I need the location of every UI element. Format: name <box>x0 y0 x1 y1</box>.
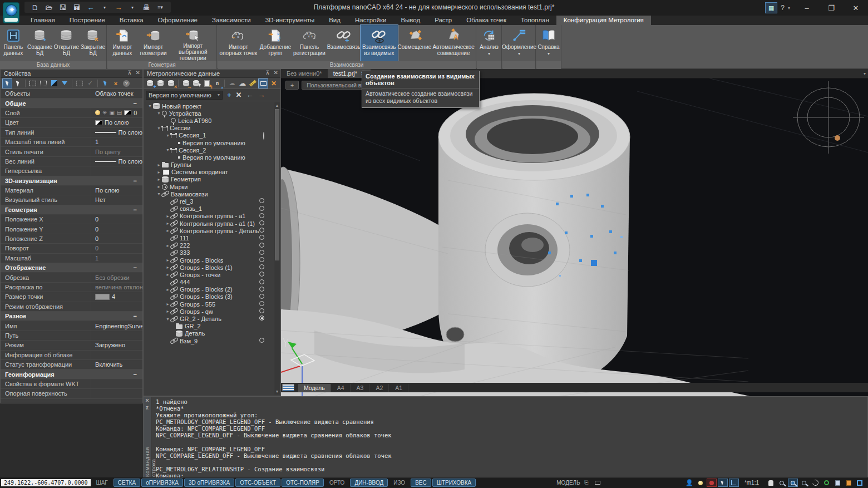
unit-convert-icon[interactable]: п× <box>213 79 221 88</box>
toggle-izo[interactable]: ИЗО <box>389 479 410 487</box>
property-row[interactable]: Гиперссылка <box>1 166 142 176</box>
import-selected-geometry-button[interactable]: Импорт выбранной геометрии <box>169 25 216 61</box>
section-header[interactable]: Разное− <box>1 312 142 321</box>
state-indicator[interactable] <box>259 220 264 225</box>
close-icon[interactable]: ✕ <box>136 70 140 76</box>
layout-tab-a4[interactable]: A4 <box>332 384 351 392</box>
property-row[interactable]: Размер точки4 <box>1 292 142 302</box>
command-history[interactable]: 1 найдено *Отмена* Укажите противоположн… <box>156 398 864 479</box>
maximize-button[interactable]: ❐ <box>819 0 844 16</box>
save-as-icon[interactable]: 🖬 <box>72 3 82 12</box>
db-stack-icon[interactable] <box>156 79 165 88</box>
expander-icon[interactable]: ▸ <box>156 170 162 175</box>
tree-item[interactable]: ▾Сессия_2 <box>144 146 273 154</box>
db-pick-icon[interactable] <box>192 79 201 88</box>
tree-item[interactable]: ▸Системы координат <box>144 169 273 176</box>
property-row[interactable]: МатериалПо слою <box>1 186 142 195</box>
toggle-ots-polyar[interactable]: ОТС-ПОЛЯР <box>282 479 324 487</box>
collapse-icon[interactable]: − <box>134 178 137 184</box>
property-row[interactable]: ОбрезкаБез обрезки <box>1 273 142 282</box>
tree-item[interactable]: ▸222 <box>144 242 273 249</box>
property-row[interactable]: ЦветПо слою <box>1 118 142 127</box>
tab-rastr[interactable]: Растр <box>427 16 459 25</box>
add-version-button[interactable]: + <box>227 91 231 99</box>
tab-vid[interactable]: Вид <box>322 16 348 25</box>
model-canvas[interactable] <box>281 69 868 396</box>
registration-panel-button[interactable]: × ×× × Панель регистрации <box>292 25 327 61</box>
add-view-button[interactable]: + <box>285 81 299 90</box>
property-row[interactable]: Слой✳▣▤0 <box>1 109 142 118</box>
auto-alignment-button[interactable]: A Автоматическое совмещение <box>431 25 476 61</box>
tree-scrollbar[interactable]: ▲ ▼ <box>274 102 280 395</box>
section-header[interactable]: Геометрия− <box>1 205 142 215</box>
tab-nastroyki[interactable]: Настройки <box>348 16 393 25</box>
tree-item[interactable]: ▸Контрольня группа - Деталь <box>144 227 273 234</box>
lasso-select-icon[interactable] <box>39 79 48 88</box>
collapse-icon[interactable]: − <box>134 100 137 107</box>
tab-vstavka[interactable]: Вставка <box>112 16 151 25</box>
state-indicator[interactable] <box>259 264 264 269</box>
property-row[interactable]: Масштаб1 <box>1 254 142 263</box>
back-drop-icon[interactable]: ▾ <box>100 3 110 12</box>
property-row[interactable]: Статус трансформацииВключить <box>1 360 142 369</box>
tab-postroenie[interactable]: Построение <box>62 16 112 25</box>
property-row[interactable]: ИмяEngineeringSurvey... <box>1 321 142 331</box>
db-remove-icon[interactable]: × <box>167 79 176 88</box>
state-indicator[interactable] <box>259 250 264 255</box>
freeze-icon[interactable]: ✳ <box>102 110 107 116</box>
invert-select-icon[interactable] <box>50 79 58 88</box>
tree-item[interactable]: ▾Сессия_1 <box>144 132 273 139</box>
property-row[interactable]: Опорная поверхность <box>1 389 142 398</box>
db-import-icon[interactable]: → <box>181 79 190 88</box>
scrollbar-thumb[interactable] <box>275 109 279 260</box>
open-folder-icon[interactable]: 🗁 <box>44 3 54 12</box>
open-db-button[interactable]: Открытие БД <box>53 25 80 61</box>
tab-list-icon[interactable]: ▾ <box>864 71 866 76</box>
deselect-icon[interactable]: × <box>111 79 120 88</box>
regen-icon[interactable] <box>821 479 831 487</box>
viewport-3d[interactable]: Без имени0* test1.prj*✕ ▾ + Пользователь… <box>281 69 868 396</box>
tree-item[interactable]: rel_3 <box>144 198 273 205</box>
drawing-tab[interactable]: Без имени0* <box>281 69 328 78</box>
expander-icon[interactable]: ▸ <box>156 177 162 182</box>
layout-tab-model[interactable]: Модель <box>298 384 331 392</box>
print-icon[interactable]: ▤ <box>117 110 122 116</box>
tab-glavnaya[interactable]: Главная <box>23 16 62 25</box>
property-row[interactable]: Положение X0 <box>1 215 142 224</box>
layer-on-icon[interactable] <box>95 110 100 115</box>
import-reference-points-button[interactable]: × ×× Импорт опорных точек <box>218 25 259 61</box>
tab-zavisimosti[interactable]: Зависимости <box>205 16 258 25</box>
close-button[interactable]: ✕ <box>844 0 868 16</box>
compass-dot[interactable] <box>835 135 840 141</box>
toggle-ots-obekt[interactable]: ОТС-ОБЪЕКТ <box>235 479 280 487</box>
toggle-oprivyazka[interactable]: оПРИВЯЗКА <box>141 479 183 487</box>
help-circle-icon[interactable]: ? <box>122 79 131 88</box>
state-indicator[interactable] <box>259 287 264 292</box>
annotation-scale[interactable]: *m1:1 <box>744 480 759 486</box>
expander-icon[interactable]: ▾ <box>156 111 162 116</box>
collapse-icon[interactable]: − <box>134 264 137 271</box>
annotation-button[interactable]: Оформление ▾ <box>502 25 536 61</box>
save-icon[interactable]: 🖫 <box>58 3 68 12</box>
tree-item[interactable]: Взм_9 <box>144 337 273 344</box>
alignment-button[interactable]: Совмещение <box>398 25 432 61</box>
add-groups-button[interactable]: ××× Добавление групп <box>259 25 292 61</box>
state-indicator[interactable] <box>259 294 264 299</box>
version-select[interactable]: Версия по умолчанию▾ <box>146 91 223 100</box>
close-db-button[interactable]: × Закрытие БД <box>80 25 106 61</box>
tree-item[interactable]: ▸Groups - Blocks <box>144 257 273 264</box>
visibility-bulb-icon[interactable] <box>263 132 264 140</box>
import-geometry-button[interactable]: Импорт геометрии <box>137 25 170 61</box>
tab-topoplan[interactable]: Топоплан <box>514 16 556 25</box>
space-mode-label[interactable]: МОДЕЛЬ <box>556 480 580 486</box>
tree-item[interactable]: ▸Groups - точки <box>144 271 273 278</box>
toggle-orto[interactable]: ОРТО <box>325 479 349 487</box>
select-cursor-icon[interactable] <box>13 79 22 88</box>
lock-icon[interactable]: ▣ <box>109 110 114 116</box>
record-icon[interactable] <box>707 479 717 487</box>
zoom-object-icon[interactable] <box>799 479 809 487</box>
tree-item[interactable]: 111 <box>144 234 273 241</box>
tab-oblaka-tochek[interactable]: Облака точек <box>459 16 514 25</box>
tree-item[interactable]: ▸Марки <box>144 183 273 190</box>
delete-version-button[interactable]: ✕ <box>236 91 242 99</box>
